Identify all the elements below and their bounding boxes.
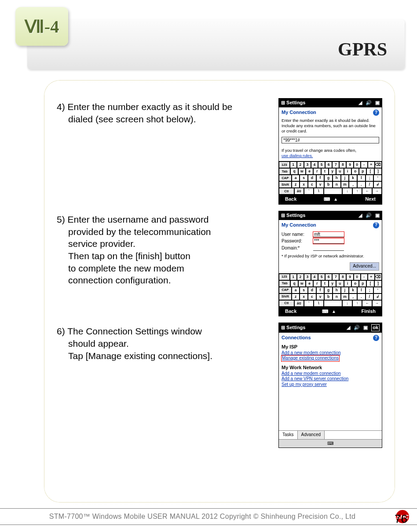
key[interactable]: ] [374, 280, 382, 287]
key[interactable]: - [361, 274, 368, 280]
keyboard-icon[interactable]: ⌨ [327, 441, 333, 446]
key[interactable]: ` [304, 188, 314, 194]
key[interactable] [324, 300, 343, 307]
key[interactable]: ↲ [373, 294, 382, 300]
key[interactable]: CAP [279, 287, 292, 294]
key[interactable]: i [344, 280, 351, 287]
key[interactable]: k [349, 287, 357, 294]
key[interactable]: p [359, 280, 366, 287]
work-add-modem-link[interactable]: Add a new modem connection [282, 371, 341, 376]
key[interactable]: → [372, 188, 382, 194]
key[interactable]: n [333, 294, 341, 300]
password-input[interactable] [313, 238, 344, 244]
key[interactable]: v [316, 294, 325, 300]
key[interactable]: 2 [297, 161, 304, 168]
key[interactable]: , [349, 181, 357, 188]
key[interactable]: ← [362, 300, 372, 307]
key[interactable]: 1 [290, 161, 297, 168]
key[interactable]: c [308, 181, 316, 188]
key[interactable]: \ [314, 188, 323, 194]
advanced-button[interactable]: Advanced... [350, 262, 379, 271]
key[interactable]: p [359, 168, 366, 175]
domain-input[interactable] [313, 246, 344, 251]
key[interactable]: j [341, 287, 349, 294]
key[interactable]: Ctl [279, 300, 294, 307]
key[interactable]: j [341, 175, 349, 181]
key[interactable]: ← [362, 188, 372, 194]
key[interactable]: ↲ [373, 181, 382, 188]
key[interactable]: - [361, 161, 368, 168]
dialing-rules-link[interactable]: use dialing rules. [282, 153, 313, 158]
key[interactable]: ↑ [352, 188, 362, 194]
key[interactable]: o [351, 280, 359, 287]
key[interactable]: . [357, 181, 366, 188]
key[interactable]: g [324, 175, 333, 181]
key[interactable]: 4 [311, 161, 318, 168]
key[interactable]: r [313, 168, 321, 175]
key[interactable]: 6 [325, 161, 332, 168]
key[interactable]: Ctl [279, 188, 294, 194]
key[interactable]: w [298, 168, 306, 175]
key[interactable]: s [300, 287, 308, 294]
work-add-vpn-link[interactable]: Add a new VPN server connection [282, 376, 348, 381]
key[interactable]: [ [366, 280, 374, 287]
phone1-next-button[interactable]: Next [365, 196, 376, 202]
key[interactable]: x [300, 181, 308, 188]
on-screen-keyboard[interactable]: 1231234567890-=⌫ Tabqwertyuiop[] CAPasdf… [279, 161, 382, 194]
key[interactable]: ↓ [342, 188, 352, 194]
key[interactable]: ⌫ [375, 274, 382, 280]
key[interactable]: q [290, 168, 298, 175]
key[interactable]: 123 [279, 274, 290, 280]
key[interactable]: áü [294, 188, 304, 194]
key[interactable]: CAP [279, 175, 292, 181]
key[interactable]: ' [373, 175, 382, 181]
phone2-finish-button[interactable]: Finish [362, 308, 376, 315]
key[interactable]: q [290, 280, 298, 287]
dial-number-input[interactable] [282, 137, 379, 143]
key[interactable]: u [336, 168, 344, 175]
key[interactable]: z [292, 181, 300, 188]
key[interactable]: z [292, 294, 300, 300]
key[interactable]: m [341, 294, 349, 300]
isp-add-modem-link[interactable]: Add a new modem connection [282, 350, 341, 355]
key[interactable]: 1 [290, 274, 297, 280]
key[interactable]: ↑ [352, 300, 362, 307]
help-icon[interactable]: ? [373, 110, 379, 116]
manage-existing-connections-link[interactable]: Manage existing connections [282, 356, 339, 361]
key[interactable]: w [298, 280, 306, 287]
key[interactable]: h [333, 175, 341, 181]
key[interactable]: , [349, 294, 357, 300]
key[interactable]: b [324, 294, 333, 300]
work-proxy-link[interactable]: Set up my proxy server [282, 382, 327, 387]
tab-advanced[interactable]: Advanced [298, 431, 325, 439]
key[interactable]: Tab [279, 280, 290, 287]
key[interactable]: ↓ [342, 300, 352, 307]
key[interactable]: d [308, 175, 316, 181]
key[interactable]: t [321, 280, 329, 287]
key[interactable]: = [368, 161, 375, 168]
key[interactable]: l [357, 287, 366, 294]
key[interactable]: 6 [325, 274, 332, 280]
key[interactable]: h [333, 287, 341, 294]
keyboard-icon[interactable]: ⌨ [322, 309, 328, 314]
key[interactable]: ; [366, 287, 374, 294]
key[interactable]: 8 [339, 274, 346, 280]
key[interactable]: f [316, 175, 325, 181]
key[interactable]: u [336, 280, 344, 287]
key[interactable]: 2 [297, 274, 304, 280]
key[interactable]: 8 [339, 161, 346, 168]
key[interactable]: 123 [279, 161, 290, 168]
up-icon[interactable]: ▲ [333, 197, 338, 202]
key[interactable]: 9 [346, 161, 353, 168]
key[interactable]: b [324, 181, 333, 188]
key[interactable]: n [333, 181, 341, 188]
key[interactable]: 3 [304, 274, 311, 280]
key[interactable]: → [372, 300, 382, 307]
key[interactable]: 7 [332, 274, 339, 280]
key[interactable]: \ [314, 300, 323, 307]
key[interactable]: c [308, 294, 316, 300]
key[interactable]: . [357, 294, 366, 300]
key[interactable]: Shift [279, 294, 292, 300]
key[interactable]: i [344, 168, 351, 175]
key[interactable]: o [351, 168, 359, 175]
